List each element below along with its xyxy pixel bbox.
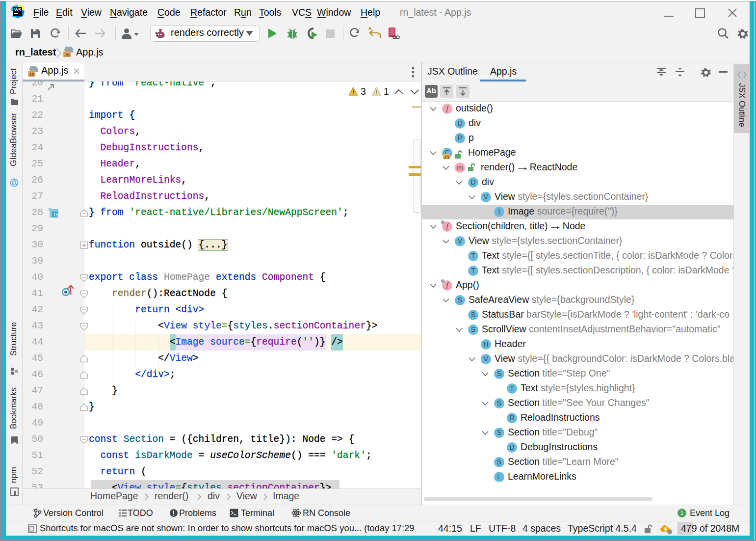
svg-text:JS: JS: [29, 72, 34, 77]
svg-text:TS: TS: [53, 212, 59, 217]
svg-text:JS: JS: [64, 53, 70, 57]
svg-text:WS: WS: [14, 7, 22, 12]
